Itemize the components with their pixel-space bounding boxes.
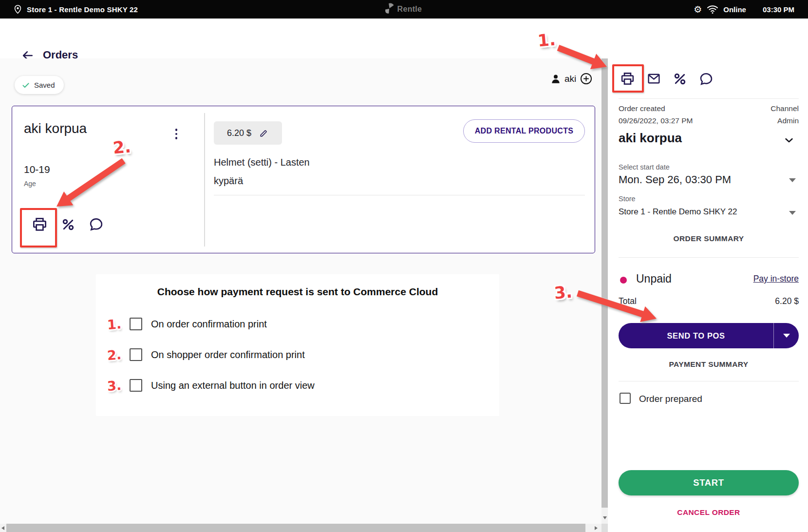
- payment-request-panel: Choose how payment request is sent to Co…: [96, 274, 499, 416]
- payment-option-row: 1. On order confirmation print: [107, 317, 267, 331]
- channel-value: Admin: [777, 116, 799, 125]
- price-value: 6.20 $: [227, 128, 251, 138]
- age-label: Age: [24, 180, 36, 188]
- order-prepared-checkbox[interactable]: [620, 393, 631, 404]
- horizontal-scrollbar-thumb[interactable]: [6, 524, 585, 532]
- saved-status-chip: Saved: [15, 76, 64, 94]
- scroll-left-arrow-icon[interactable]: [1, 526, 4, 530]
- add-user-icon[interactable]: [580, 72, 593, 85]
- rentle-logo-text: Rentle: [397, 5, 422, 14]
- product-divider: [214, 195, 585, 195]
- panel-title: Choose how payment request is sent to Co…: [96, 286, 499, 298]
- option-number: 3.: [107, 377, 124, 393]
- customer-name: aki korpua: [24, 121, 87, 136]
- add-rental-products-button[interactable]: ADD RENTAL PRODUCTS: [463, 119, 585, 143]
- topbar: Store 1 - Rentle Demo SHKY 22 Rentle ⚙: [0, 0, 808, 19]
- vertical-scrollbar-thumb[interactable]: [601, 58, 608, 508]
- discount-percent-icon[interactable]: [61, 217, 75, 232]
- payment-option-row: 2. On shopper order confirmation print: [107, 347, 305, 362]
- start-button[interactable]: START: [619, 470, 799, 495]
- option-checkbox-1[interactable]: [130, 318, 142, 330]
- order-created-row: Order created Channel: [619, 104, 799, 113]
- comment-icon[interactable]: [89, 217, 104, 232]
- rentle-logo-icon: [385, 3, 394, 16]
- send-to-pos-button[interactable]: SEND TO POS: [619, 323, 799, 348]
- order-item-card: aki korpua 10-19 Age: [12, 106, 595, 253]
- option-label: Using an external button in order view: [151, 380, 315, 391]
- caret-down-icon: [783, 334, 790, 338]
- store-label: Store: [619, 195, 636, 203]
- scroll-right-arrow-icon[interactable]: [595, 526, 598, 530]
- check-icon: [21, 81, 30, 90]
- option-label: On order confirmation print: [151, 319, 267, 330]
- total-value: 6.20 $: [775, 296, 799, 306]
- product-name-line2: kypärä: [214, 175, 243, 187]
- unpaid-status-dot: [620, 277, 627, 284]
- divider: [619, 257, 799, 258]
- saved-label: Saved: [34, 81, 55, 89]
- product-name-line1: Helmet (setti) - Lasten: [214, 157, 310, 168]
- screen: Store 1 - Rentle Demo SHKY 22 Rentle ⚙: [0, 0, 808, 532]
- kebab-menu-icon[interactable]: [171, 127, 182, 141]
- rentle-logo: Rentle: [385, 0, 422, 19]
- option-checkbox-2[interactable]: [130, 348, 142, 361]
- channel-label: Channel: [770, 104, 799, 113]
- payment-option-row: 3. Using an external button in order vie…: [107, 378, 315, 393]
- card-divider: [204, 113, 205, 247]
- order-sidebar: Order created Channel 09/26/2022, 03:27 …: [608, 19, 808, 532]
- order-created-values: 09/26/2022, 03:27 PM Admin: [619, 116, 799, 125]
- pay-in-store-link[interactable]: Pay in-store: [753, 274, 799, 284]
- start-date-select[interactable]: Mon. Sep 26, 03:30 PM: [619, 173, 731, 186]
- order-summary-toggle[interactable]: ORDER SUMMARY: [619, 234, 799, 243]
- online-status: Online: [723, 5, 746, 14]
- payment-status: Unpaid: [636, 272, 672, 285]
- store-dropdown-icon[interactable]: [789, 211, 796, 215]
- cancel-order-button[interactable]: CANCEL ORDER: [619, 508, 799, 517]
- total-label: Total: [619, 296, 637, 306]
- send-to-pos-dropdown[interactable]: [774, 323, 799, 348]
- location-pin-icon: [13, 4, 23, 15]
- person-icon: [550, 73, 561, 85]
- print-icon[interactable]: [620, 71, 635, 86]
- clock: 03:30 PM: [763, 5, 794, 14]
- topbar-store[interactable]: Store 1 - Rentle Demo SHKY 22: [13, 0, 138, 19]
- user-chip[interactable]: aki: [550, 72, 593, 85]
- order-created-value: 09/26/2022, 03:27 PM: [619, 116, 693, 125]
- topbar-store-label: Store 1 - Rentle Demo SHKY 22: [27, 5, 138, 14]
- edit-pencil-icon: [259, 128, 269, 138]
- divider: [619, 381, 799, 381]
- scrollbar-corner: [601, 524, 608, 532]
- sidebar-customer-name: aki korpua: [619, 131, 682, 146]
- send-to-pos-label[interactable]: SEND TO POS: [619, 323, 773, 348]
- comment-icon[interactable]: [699, 72, 714, 86]
- start-date-dropdown-icon[interactable]: [789, 178, 796, 182]
- order-prepared-label: Order prepared: [639, 394, 702, 404]
- topbar-status: ⚙ Online 03:30 PM: [694, 0, 794, 19]
- option-number: 2.: [107, 346, 124, 362]
- option-checkbox-3[interactable]: [130, 379, 142, 392]
- option-label: On shopper order confirmation print: [151, 349, 305, 361]
- start-date-label: Select start date: [619, 163, 670, 171]
- price-chip[interactable]: 6.20 $: [214, 121, 282, 145]
- print-icon[interactable]: [32, 216, 48, 232]
- discount-percent-icon[interactable]: [673, 72, 687, 86]
- chevron-down-icon[interactable]: [783, 134, 795, 146]
- email-icon[interactable]: [647, 72, 661, 86]
- payment-summary-toggle[interactable]: PAYMENT SUMMARY: [619, 360, 799, 369]
- user-name: aki: [564, 74, 576, 84]
- horizontal-scrollbar[interactable]: [0, 524, 601, 532]
- age-value: 10-19: [24, 164, 50, 175]
- order-created-label: Order created: [619, 104, 665, 113]
- sidebar-action-row: [620, 71, 714, 86]
- card-action-row: [32, 216, 104, 232]
- option-number: 1.: [107, 316, 124, 332]
- vertical-scrollbar[interactable]: [601, 58, 608, 524]
- divider: [619, 98, 799, 99]
- store-select[interactable]: Store 1 - Rentle Demo SHKY 22: [619, 207, 737, 217]
- settings-gear-icon[interactable]: ⚙: [694, 5, 702, 14]
- scroll-down-arrow-icon[interactable]: [603, 516, 607, 519]
- wifi-icon: [707, 4, 718, 14]
